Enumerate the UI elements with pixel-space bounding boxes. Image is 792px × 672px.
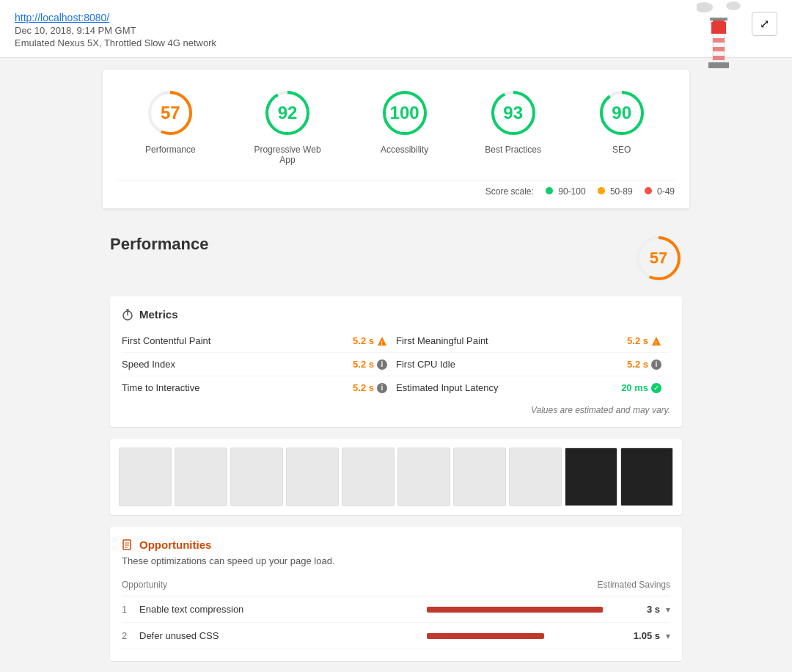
opportunities-section: Opportunities These optimizations can sp… [110,527,682,661]
film-frame [397,448,450,506]
score-item[interactable]: 92 Progressive Web App [251,87,324,165]
score-value: 92 [278,103,298,123]
opportunity-bar [427,607,603,613]
info-icon: i [651,359,661,370]
score-value: 57 [161,103,180,123]
performance-score-circle: 57 [635,235,682,282]
metric-value: 5.2 s i [627,359,661,370]
stopwatch-icon [122,309,133,321]
share-button[interactable]: ⤢ [752,12,777,36]
film-frame [230,448,283,506]
svg-text:!: ! [381,339,383,346]
film-frame [620,448,673,506]
score-label: Progressive Web App [251,145,324,165]
top-bar: http://localhost:8080/ Dec 10, 2018, 9:1… [0,0,792,58]
score-circle: 100 [379,87,430,139]
metrics-grid: First Contentful Paint 5.2 s ! Speed Ind… [122,329,670,399]
score-item[interactable]: 90 SEO [596,87,648,155]
film-frame [565,448,617,506]
svg-rect-3 [711,22,726,34]
chevron-down-icon[interactable]: ▾ [666,605,670,615]
scores-row: 57 Performance 92 Progressive Web App 10… [117,87,675,165]
filmstrip [110,439,682,515]
opportunity-saving: 1.05 s [623,630,660,641]
opportunities-title: Opportunities [122,538,670,551]
film-frame [509,448,562,506]
opportunity-number: 2 [122,630,133,641]
metric-name: Time to Interactive [122,382,199,393]
metric-value: 5.2 s ! [627,335,661,346]
metric-row: First Contentful Paint 5.2 s ! [122,329,396,353]
score-item[interactable]: 93 Best Practices [485,87,541,155]
metric-name: First CPU Idle [396,359,455,370]
opportunity-row[interactable]: 2 Defer unused CSS 1.05 s ▾ [122,623,670,649]
svg-rect-7 [713,47,725,51]
metrics-section: Metrics First Contentful Paint 5.2 s ! S… [110,296,682,427]
performance-header: Performance 57 [110,235,682,282]
opportunity-name: Defer unused CSS [139,630,421,641]
file-icon [122,539,133,551]
url-link[interactable]: http://localhost:8080/ [15,12,109,23]
warning-icon: ! [651,336,661,346]
device-text: Emulated Nexus 5X, Throttled Slow 4G net… [15,37,216,48]
chevron-down-icon[interactable]: ▾ [666,631,670,641]
info-icon: i [377,383,387,393]
score-item[interactable]: 57 Performance [144,87,196,155]
film-frame [175,448,227,506]
score-label: SEO [612,145,631,155]
metric-name: Estimated Input Latency [396,382,498,393]
metric-value: 5.2 s i [353,382,387,393]
main-content: Performance 57 Metrics First Contentful … [95,235,697,672]
scores-panel: 57 Performance 92 Progressive Web App 10… [103,70,689,208]
scale-row: Score scale: 90-100 50-89 0-49 [117,180,675,197]
film-frame [286,448,339,506]
score-label: Accessibility [381,145,428,155]
metrics-right-col: First Meaningful Paint 5.2 s ! First CPU… [396,329,670,399]
metric-row: Speed Index 5.2 s i [122,353,396,376]
score-item[interactable]: 100 Accessibility [379,87,430,155]
svg-rect-9 [708,62,729,68]
date-text: Dec 10, 2018, 9:14 PM GMT [15,25,136,36]
metric-name: First Meaningful Paint [396,335,488,346]
metrics-title: Metrics [122,308,670,321]
opportunity-saving: 3 s [623,604,660,615]
score-value: 93 [503,103,523,123]
svg-rect-5 [710,18,727,21]
opportunity-name: Enable text compression [139,604,421,615]
svg-point-1 [726,1,741,10]
check-icon: ✓ [651,383,661,393]
scale-red: 0-49 [645,186,675,197]
metric-row: Time to Interactive 5.2 s i [122,376,396,399]
warning-icon: ! [377,336,387,346]
lighthouse-logo [697,0,741,76]
metric-value: 20 ms ✓ [621,382,661,393]
metric-name: Speed Index [122,359,175,370]
svg-rect-6 [713,38,725,43]
opportunity-bar-area [427,633,617,639]
estimates-note: Values are estimated and may vary. [122,405,670,415]
opportunities-table-header: Opportunity Estimated Savings [122,577,670,596]
score-value: 90 [612,103,631,123]
score-value: 100 [390,103,419,123]
opportunity-bar-area [427,607,617,613]
performance-title: Performance [110,235,209,254]
score-label: Best Practices [485,145,541,155]
film-frame [453,448,506,506]
info-icon: i [377,359,387,370]
scale-green: 90-100 [546,186,586,197]
svg-rect-26 [126,309,129,310]
opportunity-bar [427,633,544,639]
opportunity-number: 1 [122,604,133,615]
metric-name: First Contentful Paint [122,335,210,346]
score-circle: 90 [596,87,648,139]
film-frame [119,448,172,506]
metric-value: 5.2 s ! [353,335,387,346]
performance-score-value: 57 [650,249,667,268]
film-frame [342,448,395,506]
opportunity-row[interactable]: 1 Enable text compression 3 s ▾ [122,596,670,623]
svg-point-0 [697,2,713,12]
scale-label: Score scale: [485,186,534,197]
metrics-left-col: First Contentful Paint 5.2 s ! Speed Ind… [122,329,396,399]
scale-orange: 50-89 [598,186,633,197]
score-circle: 92 [262,87,313,139]
